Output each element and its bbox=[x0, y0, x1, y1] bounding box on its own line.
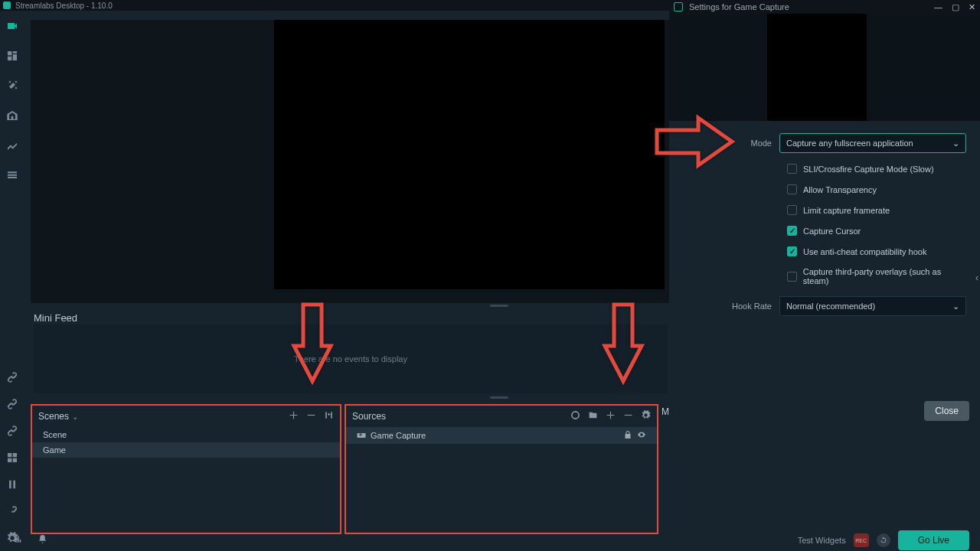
link-icon-3[interactable] bbox=[6, 425, 18, 439]
settings-preview bbox=[669, 14, 980, 121]
preview-canvas bbox=[274, 20, 665, 289]
analytics-icon[interactable] bbox=[6, 139, 18, 154]
scene-item[interactable]: Scene bbox=[32, 427, 340, 442]
game-icon bbox=[357, 431, 366, 440]
settings-window-icon bbox=[674, 2, 683, 11]
stats-icon[interactable] bbox=[14, 534, 24, 546]
close-icon[interactable]: ✕ bbox=[969, 2, 975, 12]
grid-icon[interactable] bbox=[6, 452, 18, 466]
chevron-down-icon[interactable]: ⌄ bbox=[72, 412, 78, 421]
source-item[interactable]: Game Capture bbox=[346, 427, 657, 444]
link-icon-4[interactable] bbox=[6, 505, 18, 520]
add-source-icon[interactable] bbox=[606, 410, 616, 422]
settings-preview-canvas bbox=[767, 14, 867, 121]
settings-panel: Settings for Game Capture — ▢ ✕ Mode Cap… bbox=[669, 0, 980, 534]
check-label: Capture Cursor bbox=[803, 227, 861, 236]
chevron-down-icon: ⌄ bbox=[952, 302, 959, 311]
check-label: Allow Transparency bbox=[803, 185, 877, 194]
hook-rate-value: Normal (recommended) bbox=[786, 302, 875, 311]
sources-header: Sources bbox=[346, 406, 657, 427]
sources-panel: Sources Game Capture bbox=[345, 404, 658, 534]
camera-icon[interactable] bbox=[6, 20, 18, 34]
maximize-icon[interactable]: ▢ bbox=[952, 2, 959, 12]
remove-scene-icon[interactable] bbox=[306, 410, 316, 422]
transition-icon[interactable] bbox=[324, 410, 334, 422]
app-title: Streamlabs Desktop - 1.10.0 bbox=[15, 2, 113, 10]
sidebar bbox=[0, 11, 24, 551]
layout-icon[interactable] bbox=[6, 50, 18, 64]
link-icon-2[interactable] bbox=[6, 398, 18, 412]
check-overlays[interactable]: Capture third-party overlays (such as st… bbox=[787, 267, 966, 285]
check-anticheat[interactable]: Use anti-cheat compatibility hook bbox=[787, 246, 966, 256]
eye-icon[interactable] bbox=[637, 430, 646, 441]
list-icon[interactable] bbox=[6, 169, 18, 184]
footer: Test Widgets REC Go Live bbox=[0, 530, 980, 551]
settings-title: Settings for Game Capture bbox=[689, 2, 789, 11]
settings-titlebar: Settings for Game Capture — ▢ ✕ bbox=[669, 0, 980, 14]
hook-rate-select[interactable]: Normal (recommended) ⌄ bbox=[779, 296, 966, 316]
check-cursor[interactable]: Capture Cursor bbox=[787, 226, 966, 236]
check-transparency[interactable]: Allow Transparency bbox=[787, 184, 966, 194]
scenes-title[interactable]: Scenes bbox=[38, 411, 69, 422]
sidebar-bottom bbox=[0, 371, 24, 546]
scene-item[interactable]: Game bbox=[32, 442, 340, 458]
minimize-icon[interactable]: — bbox=[934, 2, 942, 12]
chevron-down-icon: ⌄ bbox=[952, 139, 959, 148]
check-label: Capture third-party overlays (such as st… bbox=[803, 267, 966, 285]
widget-icon[interactable] bbox=[570, 410, 580, 422]
folder-icon[interactable] bbox=[588, 410, 598, 422]
add-scene-icon[interactable] bbox=[289, 410, 299, 422]
refresh-button[interactable] bbox=[877, 533, 890, 547]
store-icon[interactable] bbox=[6, 109, 18, 124]
hook-rate-label: Hook Rate bbox=[683, 302, 779, 311]
mode-select-value: Capture any fullscreen application bbox=[786, 139, 913, 148]
remove-source-icon[interactable] bbox=[623, 410, 633, 422]
gear-icon[interactable] bbox=[641, 410, 651, 422]
scenes-panel: Scenes⌄ Scene Game bbox=[31, 404, 341, 534]
collapse-caret-icon[interactable]: ‹ bbox=[975, 272, 978, 283]
lock-icon[interactable] bbox=[623, 430, 632, 441]
check-label: Limit capture framerate bbox=[803, 206, 890, 215]
mini-feed-panel: There are no events to display bbox=[34, 324, 668, 393]
check-framerate[interactable]: Limit capture framerate bbox=[787, 205, 966, 215]
mini-feed-empty-text: There are no events to display bbox=[294, 354, 407, 364]
preview-area[interactable] bbox=[31, 20, 669, 303]
link-icon[interactable] bbox=[6, 371, 18, 386]
check-label: Use anti-cheat compatibility hook bbox=[803, 247, 926, 256]
record-button[interactable]: REC bbox=[854, 533, 869, 547]
close-button[interactable]: Close bbox=[924, 401, 969, 421]
pause-icon[interactable] bbox=[6, 478, 18, 493]
app-icon bbox=[3, 2, 11, 9]
mini-feed-title: Mini Feed bbox=[34, 312, 77, 324]
drag-handle-icon[interactable] bbox=[490, 396, 508, 399]
mode-select[interactable]: Capture any fullscreen application ⌄ bbox=[779, 133, 966, 153]
drag-handle-icon[interactable] bbox=[490, 305, 508, 307]
sources-title: Sources bbox=[352, 411, 386, 422]
go-live-button[interactable]: Go Live bbox=[898, 530, 969, 550]
check-sli[interactable]: SLI/Crossfire Capture Mode (Slow) bbox=[787, 164, 966, 174]
mode-label: Mode bbox=[683, 139, 779, 148]
magic-icon[interactable] bbox=[6, 80, 18, 94]
source-item-label: Game Capture bbox=[371, 431, 426, 440]
check-label: SLI/Crossfire Capture Mode (Slow) bbox=[803, 165, 934, 174]
bell-icon[interactable] bbox=[38, 534, 47, 546]
test-widgets-link[interactable]: Test Widgets bbox=[798, 536, 846, 545]
scenes-header: Scenes⌄ bbox=[32, 406, 340, 427]
